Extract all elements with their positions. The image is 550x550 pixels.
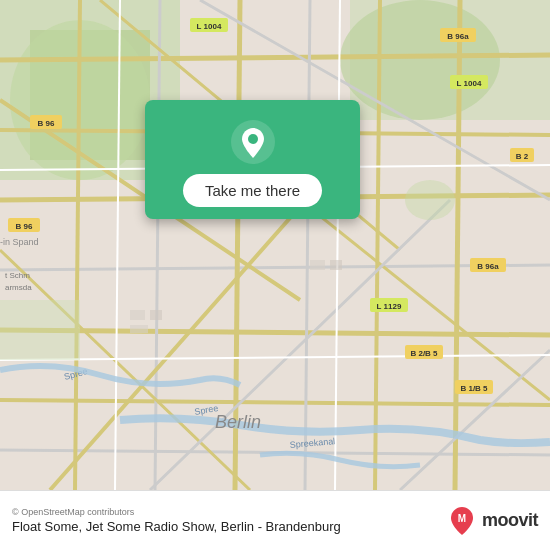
location-name-text: Float Some, Jet Some Radio Show, Berlin … <box>12 519 446 534</box>
svg-text:L 1004: L 1004 <box>457 79 482 88</box>
svg-rect-63 <box>130 325 148 333</box>
svg-text:t Schm: t Schm <box>5 271 30 280</box>
svg-text:Berlin: Berlin <box>215 412 261 432</box>
svg-text:B 2/B 5: B 2/B 5 <box>410 349 438 358</box>
svg-text:M: M <box>458 513 466 524</box>
svg-rect-65 <box>330 260 342 270</box>
svg-rect-62 <box>150 310 162 320</box>
svg-text:B 96: B 96 <box>16 222 33 231</box>
svg-text:B 1/B 5: B 1/B 5 <box>460 384 488 393</box>
svg-point-5 <box>340 0 500 120</box>
bottom-bar: © OpenStreetMap contributors Float Some,… <box>0 490 550 550</box>
svg-text:L 1004: L 1004 <box>197 22 222 31</box>
svg-point-67 <box>248 134 258 144</box>
take-me-there-button[interactable]: Take me there <box>183 174 322 207</box>
svg-text:B 96a: B 96a <box>447 32 469 41</box>
svg-point-59 <box>405 180 455 220</box>
svg-text:B 2: B 2 <box>516 152 529 161</box>
svg-text:B 96a: B 96a <box>477 262 499 271</box>
moovit-brand-text: moovit <box>482 510 538 531</box>
svg-rect-64 <box>310 260 325 270</box>
map-background: B 96 B 96 L 1004 L 1004 B 96a B 2 B 96a … <box>0 0 550 490</box>
bottom-info: © OpenStreetMap contributors Float Some,… <box>12 507 446 534</box>
svg-text:armsda: armsda <box>5 283 32 292</box>
svg-rect-61 <box>130 310 145 320</box>
svg-text:-in Spand: -in Spand <box>0 237 39 247</box>
attribution-text: © OpenStreetMap contributors <box>12 507 446 517</box>
svg-text:B 96: B 96 <box>38 119 55 128</box>
moovit-icon: M <box>446 505 478 537</box>
svg-text:L 1129: L 1129 <box>377 302 402 311</box>
location-pin-icon <box>231 120 275 164</box>
map-container: B 96 B 96 L 1004 L 1004 B 96a B 2 B 96a … <box>0 0 550 490</box>
svg-rect-60 <box>0 300 80 360</box>
moovit-logo: M moovit <box>446 505 538 537</box>
location-card: Take me there <box>145 100 360 219</box>
